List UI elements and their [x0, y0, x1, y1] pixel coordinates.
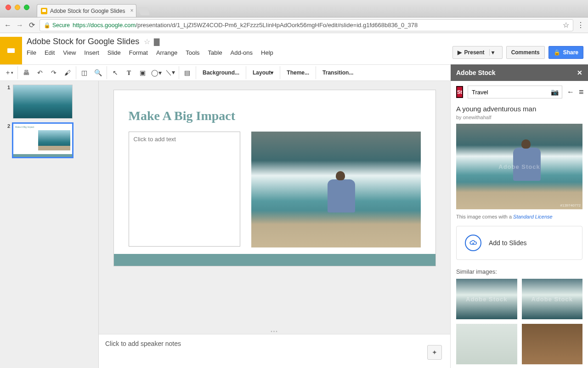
- lock-icon: 🔒: [44, 22, 51, 29]
- redo-icon[interactable]: ↷: [47, 66, 60, 79]
- license-link[interactable]: Standard License: [513, 214, 553, 219]
- slide[interactable]: Make A Big Impact Click to add text: [114, 90, 435, 266]
- canvas[interactable]: Make A Big Impact Click to add text: [99, 81, 450, 328]
- slides-logo-icon[interactable]: [0, 37, 22, 64]
- menu-format[interactable]: Format: [129, 49, 148, 56]
- image-preview[interactable]: Adobe Stock #139740772: [456, 124, 582, 209]
- new-slide-button[interactable]: ＋▾: [3, 66, 16, 79]
- menu-view[interactable]: View: [63, 49, 76, 56]
- chevron-down-icon[interactable]: ▾: [489, 49, 498, 56]
- print-icon[interactable]: 🖶: [20, 66, 33, 79]
- background-button[interactable]: Background...: [198, 66, 244, 79]
- image-author: by onewithahalf: [456, 115, 582, 120]
- menu-edit[interactable]: Edit: [45, 49, 55, 56]
- similar-thumbnail[interactable]: Adobe Stock: [456, 279, 517, 319]
- menu-file[interactable]: File: [27, 49, 36, 56]
- comments-button[interactable]: Comments: [506, 46, 545, 59]
- image-title: A young adventurous man: [456, 105, 582, 113]
- address-bar[interactable]: 🔒 Secure https://docs.google.com /presen…: [40, 19, 573, 31]
- bookmark-star-icon[interactable]: ☆: [563, 21, 569, 29]
- window-zoom-icon[interactable]: [24, 5, 29, 10]
- thumb-row-1[interactable]: 1: [5, 85, 94, 119]
- url-host: https://docs.google.com: [73, 22, 136, 29]
- adobe-stock-logo-icon: St: [456, 86, 463, 98]
- paint-format-icon[interactable]: 🖌: [61, 66, 74, 79]
- sidebar-header: Adobe Stock ✕: [451, 64, 588, 81]
- hamburger-icon[interactable]: ≡: [579, 87, 584, 97]
- add-label: Add to Slides: [489, 239, 527, 247]
- share-button[interactable]: 🔒 Share: [548, 46, 583, 59]
- explore-button[interactable]: ✦: [427, 345, 442, 360]
- image-tool-icon[interactable]: ▣: [136, 66, 149, 79]
- document-title[interactable]: Adobe Stock for Google Slides: [27, 37, 139, 46]
- line-tool-icon[interactable]: ＼▾: [164, 66, 177, 79]
- browser-tab-strip: Adobe Stock for Google Slides ×: [0, 0, 588, 17]
- play-icon: ▶: [458, 49, 462, 56]
- back-arrow-icon[interactable]: ←: [567, 88, 574, 96]
- canvas-wrap: Make A Big Impact Click to add text: [99, 81, 450, 368]
- select-tool-icon[interactable]: ↖: [109, 66, 122, 79]
- camera-icon[interactable]: 📷: [551, 88, 559, 96]
- slide-title[interactable]: Make A Big Impact: [129, 109, 421, 123]
- person-figure: [328, 179, 360, 225]
- license-text: This image comes with a Standard License: [456, 214, 582, 219]
- slide-footer-bar: [114, 254, 435, 266]
- cloud-download-icon: [465, 235, 481, 251]
- browser-tab[interactable]: Adobe Stock for Google Slides ×: [37, 4, 136, 17]
- undo-icon[interactable]: ↶: [34, 66, 46, 79]
- layout-button[interactable]: Layout ▾: [248, 66, 278, 79]
- thumb-row-2[interactable]: 2 Make A Big Impact: [5, 123, 94, 157]
- slide-thumbnail[interactable]: Make A Big Impact: [13, 123, 73, 157]
- slide-panel: 1 2 Make A Big Impact: [0, 81, 99, 368]
- menu-table[interactable]: Table: [208, 49, 222, 56]
- notes-resize-handle[interactable]: •••: [99, 328, 450, 334]
- similar-thumbnail[interactable]: [522, 324, 583, 364]
- adobe-stock-sidebar: Adobe Stock ✕ St 📷 ← ≡ A young adventuro…: [450, 81, 588, 368]
- textbox-tool-icon[interactable]: 𝐓: [123, 66, 136, 79]
- menu-slide[interactable]: Slide: [107, 49, 121, 56]
- url-display: https://docs.google.com /presentation/d/…: [73, 22, 418, 29]
- slide-image[interactable]: [251, 132, 421, 247]
- comment-icon[interactable]: ▤: [181, 66, 194, 79]
- text-placeholder[interactable]: Click to add text: [129, 132, 240, 247]
- slide-thumbnail[interactable]: [13, 85, 73, 119]
- shape-tool-icon[interactable]: ◯▾: [150, 66, 163, 79]
- window-close-icon[interactable]: [6, 5, 11, 10]
- speaker-notes[interactable]: Click to add speaker notes ✦: [99, 334, 450, 368]
- search-input[interactable]: [468, 86, 562, 98]
- zoom-fit-icon[interactable]: ◫: [78, 66, 91, 79]
- menu-tools[interactable]: Tools: [186, 49, 199, 56]
- window-controls: [6, 5, 29, 10]
- license-prefix: This image comes with a: [456, 214, 513, 219]
- browser-menu-icon[interactable]: ⋮: [577, 21, 584, 29]
- zoom-icon[interactable]: 🔍: [92, 66, 105, 79]
- close-icon[interactable]: ✕: [577, 69, 582, 76]
- menu-insert[interactable]: Insert: [84, 49, 99, 56]
- similar-thumbnail[interactable]: Adobe Stock: [522, 279, 583, 319]
- transition-button[interactable]: Transition...: [318, 66, 358, 79]
- back-icon[interactable]: ←: [4, 21, 12, 29]
- menu-arrange[interactable]: Arrange: [156, 49, 177, 56]
- window-minimize-icon[interactable]: [15, 5, 20, 10]
- similar-grid: Adobe Stock Adobe Stock: [456, 279, 582, 364]
- thumb-number: 1: [5, 85, 10, 119]
- folder-icon[interactable]: ▇: [154, 37, 159, 46]
- url-path: /presentation/d/1_LjZI5WZ4COD-Pm6_k2Fzzz…: [136, 22, 418, 29]
- menu-help[interactable]: Help: [261, 49, 273, 56]
- present-button[interactable]: ▶ Present ▾: [452, 46, 503, 59]
- comments-label: Comments: [511, 49, 540, 56]
- secure-label: Secure: [52, 22, 70, 29]
- add-to-slides-button[interactable]: Add to Slides: [456, 226, 582, 260]
- share-label: Share: [563, 49, 578, 56]
- sidebar-body: A young adventurous man by onewithahalf …: [451, 103, 588, 368]
- new-tab-button[interactable]: [138, 7, 150, 15]
- similar-thumbnail[interactable]: [456, 324, 517, 364]
- theme-button[interactable]: Theme...: [282, 66, 314, 79]
- main-area: 1 2 Make A Big Impact Make A Big Impact: [0, 81, 588, 368]
- thumb-number: 2: [5, 123, 10, 157]
- notes-placeholder: Click to add speaker notes: [105, 340, 181, 347]
- menu-addons[interactable]: Add-ons: [231, 49, 253, 56]
- reload-icon[interactable]: ⟳: [28, 21, 36, 29]
- star-icon[interactable]: ☆: [144, 37, 150, 46]
- tab-close-icon[interactable]: ×: [130, 7, 133, 14]
